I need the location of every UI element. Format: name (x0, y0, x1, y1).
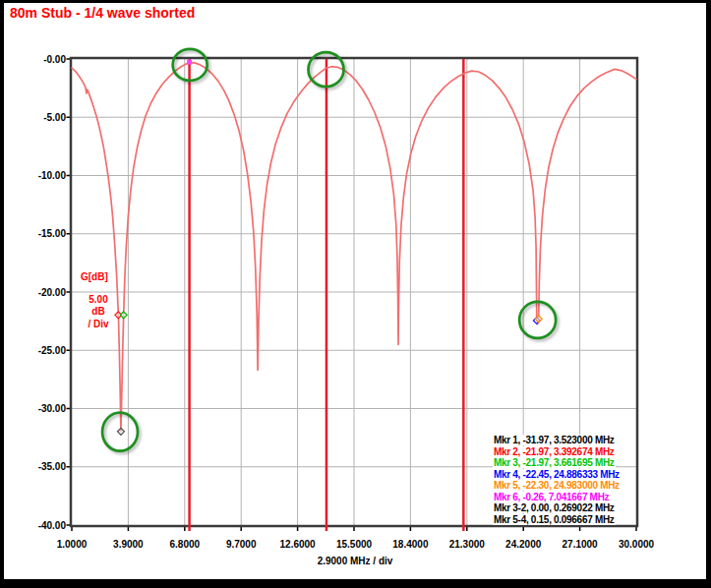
y-tick-label: -25.00 (38, 345, 67, 356)
legend-item: Mkr 3, -21.97, 3.661695 MHz (493, 452, 621, 464)
y-tick-label: -30.00 (38, 403, 67, 414)
marker-point (187, 60, 192, 65)
marker-legend: Mkr 1, -31.97, 3.523000 MHzMkr 2, -21.97… (493, 430, 621, 520)
y-scale-unit: dB (81, 306, 116, 318)
marker-point (120, 312, 127, 319)
y-tick-label: -40.00 (38, 520, 67, 531)
page-title: 80m Stub - 1/4 wave shorted (10, 5, 195, 21)
x-tick-label: 12.6000 (280, 539, 317, 550)
legend-item-text: Mkr 5-4, 0.15, 0.096667 MHz (493, 514, 616, 525)
y-scale-per-div: / Div (81, 319, 116, 330)
app-window: 80m Stub - 1/4 wave shorted -0.00-5.00-1… (0, 0, 711, 588)
x-tick-label: 6.8000 (170, 539, 201, 550)
x-axis-label: 2.9000 MHz / div (276, 556, 434, 566)
y-tick-label: -10.00 (38, 170, 67, 181)
x-tick-label: 27.1000 (563, 539, 599, 550)
y-tick-label: -15.00 (38, 228, 67, 239)
x-tick-label: 21.3000 (449, 539, 486, 550)
legend-item: Mkr 6, -0.26, 7.041667 MHz (493, 487, 621, 499)
x-tick-label: 18.4000 (392, 539, 429, 550)
x-tick-label: 15.5000 (336, 539, 373, 550)
y-axis-name: G[dB] (81, 271, 108, 282)
legend-item: Mkr 5-4, 0.15, 0.096667 MHz (493, 509, 621, 521)
y-scale-value: 5.00 (81, 294, 116, 306)
x-tick-label: 9.7000 (226, 539, 257, 550)
x-tick-label: 1.0000 (57, 539, 88, 550)
x-tick-label: 24.2000 (505, 539, 542, 550)
marker-point (118, 428, 125, 435)
legend-item: Mkr 3-2, 0.00, 0.269022 MHz (493, 498, 621, 509)
legend-item: Mkr 5, -22.30, 24.983000 MHz (493, 475, 621, 487)
y-tick-label: -20.00 (38, 287, 67, 298)
legend-item: Mkr 4, -22.45, 24.886333 MHz (493, 464, 621, 476)
legend-item: Mkr 1, -31.97, 3.523000 MHz (493, 430, 621, 441)
y-tick-label: -5.00 (43, 112, 66, 123)
y-tick-label: -0.00 (43, 54, 66, 65)
legend-item: Mkr 2, -21.97, 3.392674 MHz (493, 441, 621, 453)
y-scale-label: 5.00 dB / Div (81, 294, 116, 330)
x-tick-label: 3.9000 (113, 539, 144, 550)
y-tick-label: -35.00 (38, 461, 67, 472)
x-tick-label: 30.0000 (619, 539, 655, 550)
